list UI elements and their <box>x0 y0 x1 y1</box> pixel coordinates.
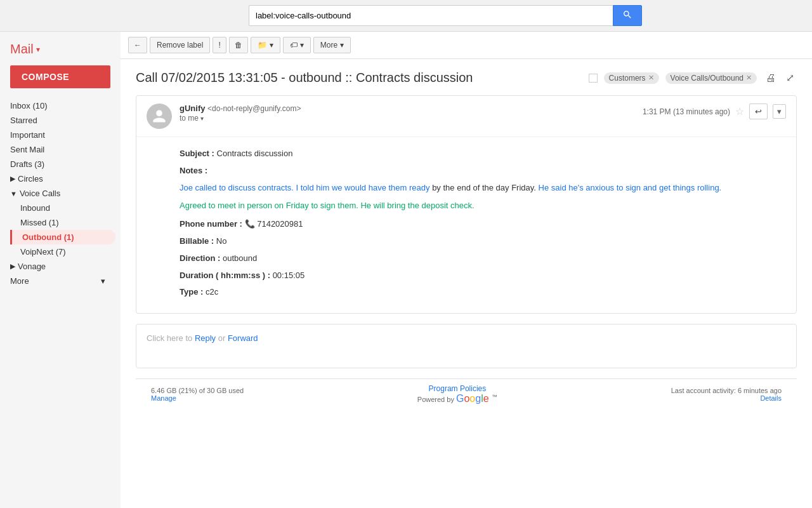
phone-icon: 📞 <box>245 219 255 229</box>
report-spam-button[interactable]: ! <box>213 37 226 53</box>
search-box <box>249 5 642 26</box>
expand-icon: ⤢ <box>786 72 794 83</box>
notes-text-1: Joe called to discuss contracts. I told … <box>180 182 786 195</box>
email-actions-right: 🖨 ⤢ <box>763 69 797 86</box>
mail-dropdown-icon: ▾ <box>36 45 40 54</box>
last-activity-text: Last account activity: 6 minutes ago <box>671 387 782 394</box>
delete-icon: 🗑 <box>235 41 242 50</box>
type-value: c2c <box>206 287 218 297</box>
powered-by-text: Powered by <box>417 396 454 403</box>
sidebar-item-important[interactable]: Important <box>0 128 115 142</box>
phone-field-row: Phone number : 📞 7142020981 <box>180 218 786 231</box>
reply-click-text: Click here to <box>147 333 195 343</box>
more-button[interactable]: More ▾ <box>313 37 351 53</box>
details-link[interactable]: Details <box>760 394 782 402</box>
storage-text: 6.46 GB (21%) of 30 GB used <box>151 387 244 394</box>
billable-field-row: Billable : No <box>180 235 786 248</box>
reply-icon-small: ↩ <box>755 107 762 116</box>
notes-field-row: Notes : <box>180 164 786 178</box>
direction-value: outbound <box>223 253 257 263</box>
footer-right: Last account activity: 6 minutes ago Det… <box>671 387 782 402</box>
sidebar: Mail ▾ COMPOSE Inbox (10) Starred Import… <box>0 32 121 508</box>
subject-label: Subject : <box>180 149 214 158</box>
to-me[interactable]: to me ▾ <box>180 114 204 123</box>
google-logo: Google <box>456 393 492 404</box>
reply-button-small[interactable]: ↩ <box>749 104 768 119</box>
sender-name: gUnify <box>180 104 205 113</box>
avatar <box>147 104 172 129</box>
forward-link[interactable]: Forward <box>228 333 258 343</box>
reply-link[interactable]: Reply <box>195 333 216 343</box>
remove-label-button[interactable]: Remove label <box>150 37 210 53</box>
tag-customers: Customers ✕ <box>604 72 659 84</box>
notes-text-2: Agreed to meet in person on Friday to si… <box>180 199 786 213</box>
message-meta: 1:31 PM (13 minutes ago) ☆ ↩ ▾ <box>643 104 786 119</box>
subject-field-row: Subject : Contracts discussion <box>180 147 786 161</box>
label-button[interactable]: 🏷 ▾ <box>283 37 311 53</box>
manage-link[interactable]: Manage <box>151 394 176 402</box>
vonage-expand-icon: ▶ <box>10 262 15 271</box>
top-bar <box>0 0 812 32</box>
sidebar-item-sent[interactable]: Sent Mail <box>0 142 115 157</box>
notes-label: Notes : <box>180 166 207 175</box>
program-policies-link[interactable]: Program Policies <box>429 384 487 393</box>
label-icon: 🏷 <box>290 41 298 50</box>
billable-label: Billable : <box>180 236 214 246</box>
expand-button[interactable]: ⤢ <box>783 69 797 86</box>
back-button[interactable]: ← <box>128 37 147 53</box>
sidebar-item-starred[interactable]: Starred <box>0 113 115 128</box>
tag-voice-calls-remove[interactable]: ✕ <box>746 74 752 82</box>
billable-value: No <box>216 236 227 246</box>
sidebar-item-drafts[interactable]: Drafts (3) <box>0 157 115 171</box>
phone-value: 7142020981 <box>257 219 303 229</box>
print-button[interactable]: 🖨 <box>763 70 778 86</box>
main-panel: ← Remove label ! 🗑 📁 ▾ 🏷 ▾ More ▾ <box>121 32 812 508</box>
footer-left: 6.46 GB (21%) of 30 GB used Manage <box>151 387 244 402</box>
footer: 6.46 GB (21%) of 30 GB used Manage Progr… <box>136 378 797 410</box>
type-label: Type : <box>180 287 203 297</box>
or-text: or <box>216 333 228 343</box>
email-header: Call 07/02/2015 13:31:05 - outbound :: C… <box>136 69 797 86</box>
remove-label-text: Remove label <box>157 41 203 50</box>
folder-button[interactable]: 📁 ▾ <box>251 37 280 53</box>
direction-label: Direction : <box>180 253 220 263</box>
toolbar: ← Remove label ! 🗑 📁 ▾ 🏷 ▾ More ▾ <box>121 32 812 59</box>
sidebar-item-inbox[interactable]: Inbox (10) <box>0 98 115 113</box>
duration-label: Duration ( hh:mm:ss ) : <box>180 271 270 280</box>
sidebar-item-outbound[interactable]: Outbound (1) <box>10 230 115 244</box>
sidebar-item-more[interactable]: More ▾ <box>0 274 115 288</box>
spam-icon: ! <box>218 41 220 50</box>
print-icon: 🖨 <box>766 72 776 83</box>
message-more-icon: ▾ <box>777 107 782 116</box>
duration-value: 00:15:05 <box>273 271 305 280</box>
folder-chevron-icon: ▾ <box>270 41 273 50</box>
message-container: gUnify <do-not-reply@gunify.com> to me ▾… <box>136 95 797 314</box>
search-input[interactable] <box>249 5 613 26</box>
to-me-dropdown-icon: ▾ <box>200 115 204 122</box>
sidebar-item-vonage[interactable]: ▶ Vonage <box>0 259 121 274</box>
compose-button[interactable]: COMPOSE <box>10 65 110 88</box>
timestamp: 1:31 PM (13 minutes ago) <box>643 107 730 116</box>
mail-title[interactable]: Mail ▾ <box>0 38 121 63</box>
folder-icon: 📁 <box>258 41 267 50</box>
sidebar-item-missed[interactable]: Missed (1) <box>10 215 115 230</box>
voice-calls-collapse-icon: ▼ <box>10 190 17 197</box>
star-button[interactable]: ☆ <box>735 105 744 117</box>
sidebar-item-circles[interactable]: ▶ Circles <box>0 171 121 186</box>
sidebar-item-inbound[interactable]: Inbound <box>10 201 115 215</box>
tag-customers-remove[interactable]: ✕ <box>648 74 654 82</box>
message-header: gUnify <do-not-reply@gunify.com> to me ▾… <box>136 96 796 137</box>
sender-info: gUnify <do-not-reply@gunify.com> to me ▾ <box>180 104 635 123</box>
sidebar-item-voice-calls[interactable]: ▼ Voice Calls <box>0 186 121 201</box>
email-checkbox[interactable] <box>589 74 598 83</box>
message-more-button[interactable]: ▾ <box>773 104 786 119</box>
duration-field-row: Duration ( hh:mm:ss ) : 00:15:05 <box>180 269 786 283</box>
phone-label: Phone number : <box>180 219 242 229</box>
reply-area[interactable]: Click here to Reply or Forward <box>136 324 797 368</box>
type-field-row: Type : c2c <box>180 286 786 299</box>
more-dropdown-icon: ▾ <box>340 41 344 50</box>
delete-button[interactable]: 🗑 <box>229 37 248 53</box>
tag-voice-calls: Voice Calls/Outbound ✕ <box>665 72 757 84</box>
search-button[interactable] <box>613 5 642 26</box>
sidebar-item-voipnext[interactable]: VoipNext (7) <box>10 244 115 259</box>
